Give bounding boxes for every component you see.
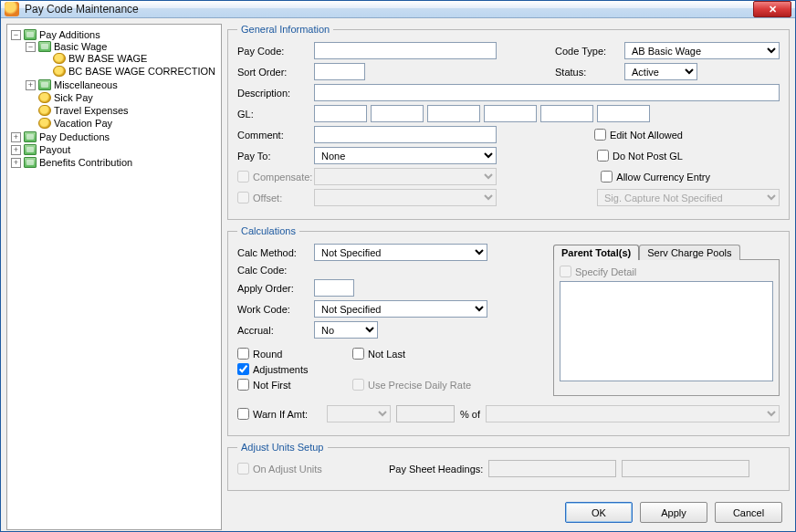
pay-sheet-heading-2-input bbox=[622, 460, 749, 477]
tab-body: Specify Detail bbox=[553, 259, 780, 396]
collapse-icon[interactable]: − bbox=[26, 42, 36, 52]
label-gl: GL: bbox=[237, 109, 309, 120]
expand-icon[interactable]: + bbox=[26, 80, 36, 90]
gl-input-1[interactable] bbox=[314, 105, 367, 122]
label-status: Status: bbox=[555, 67, 619, 78]
pay-to-select[interactable]: None bbox=[314, 147, 497, 164]
coins-icon bbox=[53, 66, 66, 77]
tree-bc-base-wage-correction[interactable]: BC BASE WAGE CORRECTION bbox=[40, 66, 219, 77]
label-apply-order: Apply Order: bbox=[237, 283, 309, 294]
apply-order-input[interactable] bbox=[314, 279, 354, 297]
offset-checkbox: Offset: bbox=[237, 192, 309, 203]
gl-input-6[interactable] bbox=[597, 105, 650, 122]
gl-segment-group bbox=[314, 105, 650, 122]
label-accrual: Accrual: bbox=[237, 325, 309, 336]
label-percent-of: % of bbox=[460, 409, 480, 420]
legend-adjust: Adjust Units Setup bbox=[237, 442, 328, 453]
tree-miscellaneous[interactable]: + Miscellaneous bbox=[26, 79, 219, 90]
cancel-button[interactable]: Cancel bbox=[715, 502, 782, 523]
label-pay-code: Pay Code: bbox=[237, 46, 309, 57]
tree-vacation-pay[interactable]: Vacation Pay bbox=[26, 118, 219, 129]
code-type-select[interactable]: AB Basic Wage bbox=[624, 42, 780, 59]
edit-not-allowed-checkbox[interactable]: Edit Not Allowed bbox=[594, 129, 683, 141]
offset-select bbox=[314, 189, 497, 206]
warn-of-select bbox=[486, 405, 780, 422]
compensate-select bbox=[314, 168, 497, 185]
calculations-group: Calculations Calc Method: Not Specified … bbox=[227, 225, 790, 436]
tab-serv-charge-pools[interactable]: Serv Charge Pools bbox=[639, 245, 739, 260]
accrual-select[interactable]: No bbox=[314, 321, 378, 339]
window-title: Pay Code Maintenance bbox=[25, 3, 753, 16]
on-adjust-units-checkbox: On Adjust Units bbox=[237, 463, 383, 475]
label-sort-order: Sort Order: bbox=[237, 67, 309, 78]
collapse-icon[interactable]: − bbox=[11, 30, 21, 40]
folder-icon bbox=[38, 79, 51, 90]
adjustments-checkbox[interactable]: Adjustments bbox=[237, 363, 347, 375]
legend-calculations: Calculations bbox=[237, 225, 299, 236]
tree-bw-base-wage[interactable]: BW BASE WAGE bbox=[40, 53, 219, 64]
round-checkbox[interactable]: Round bbox=[237, 348, 347, 360]
folder-icon bbox=[38, 41, 51, 52]
label-work-code: Work Code: bbox=[237, 304, 309, 315]
expand-icon[interactable]: + bbox=[11, 158, 21, 168]
tree-pay-additions[interactable]: − Pay Additions bbox=[11, 29, 219, 40]
close-icon: ✕ bbox=[769, 4, 777, 16]
label-pay-sheet-headings: Pay Sheet Headings: bbox=[389, 464, 483, 475]
work-code-select[interactable]: Not Specified bbox=[314, 300, 487, 318]
close-button[interactable]: ✕ bbox=[753, 1, 791, 17]
form-panel: General Information Pay Code: Code Type:… bbox=[227, 24, 790, 530]
app-icon bbox=[5, 2, 19, 16]
window: Pay Code Maintenance ✕ − Pay Additions bbox=[0, 0, 796, 532]
general-information-group: General Information Pay Code: Code Type:… bbox=[227, 24, 790, 220]
label-calc-code: Calc Code: bbox=[237, 265, 309, 276]
gl-input-4[interactable] bbox=[484, 105, 537, 122]
apply-button[interactable]: Apply bbox=[640, 502, 707, 523]
tree-sick-pay[interactable]: Sick Pay bbox=[26, 92, 219, 103]
label-pay-to: Pay To: bbox=[237, 151, 309, 162]
expand-icon[interactable]: + bbox=[11, 132, 21, 142]
expand-icon[interactable]: + bbox=[11, 145, 21, 155]
parent-totals-list[interactable] bbox=[560, 281, 773, 381]
coins-icon bbox=[38, 118, 51, 129]
gl-input-2[interactable] bbox=[371, 105, 424, 122]
tree-travel-expenses[interactable]: Travel Expenses bbox=[26, 105, 219, 116]
label-code-type: Code Type: bbox=[555, 46, 619, 57]
tree-basic-wage[interactable]: − Basic Wage bbox=[26, 41, 219, 52]
tree-benefits-contribution[interactable]: + Benefits Contribution bbox=[11, 157, 219, 168]
pay-sheet-heading-1-input bbox=[488, 460, 616, 477]
folder-icon bbox=[24, 29, 37, 40]
coins-icon bbox=[38, 105, 51, 116]
tree-payout[interactable]: + Payout bbox=[11, 144, 219, 155]
calc-method-select[interactable]: Not Specified bbox=[314, 244, 487, 261]
sort-order-input[interactable] bbox=[314, 63, 365, 80]
ok-button[interactable]: OK bbox=[565, 502, 633, 523]
tree-panel: − Pay Additions − Basic Wage bbox=[6, 24, 222, 530]
content-area: − Pay Additions − Basic Wage bbox=[1, 18, 795, 532]
label-comment: Comment: bbox=[237, 130, 309, 141]
gl-input-5[interactable] bbox=[540, 105, 593, 122]
coins-icon bbox=[38, 92, 51, 103]
do-not-post-gl-checkbox[interactable]: Do Not Post GL bbox=[597, 150, 683, 162]
specify-detail-checkbox: Specify Detail bbox=[560, 266, 773, 277]
legend-general: General Information bbox=[237, 24, 333, 35]
gl-input-3[interactable] bbox=[427, 105, 480, 122]
warn-operator-select bbox=[327, 405, 391, 422]
allow-currency-checkbox[interactable]: Allow Currency Entry bbox=[601, 171, 710, 183]
description-input[interactable] bbox=[314, 84, 780, 101]
status-select[interactable]: Active bbox=[624, 63, 697, 80]
folder-icon bbox=[24, 157, 37, 168]
label-description: Description: bbox=[237, 88, 309, 99]
warn-if-amt-checkbox[interactable]: Warn If Amt: bbox=[237, 408, 321, 420]
tab-parent-totals[interactable]: Parent Total(s) bbox=[553, 245, 639, 260]
folder-icon bbox=[24, 144, 37, 155]
pay-code-input[interactable] bbox=[314, 42, 497, 59]
use-precise-daily-checkbox: Use Precise Daily Rate bbox=[352, 379, 471, 391]
comment-input[interactable] bbox=[314, 126, 497, 143]
warn-value-input bbox=[396, 405, 455, 422]
adjust-units-group: Adjust Units Setup On Adjust Units Pay S… bbox=[227, 442, 790, 491]
tree-pay-deductions[interactable]: + Pay Deductions bbox=[11, 131, 219, 142]
not-last-checkbox[interactable]: Not Last bbox=[352, 348, 405, 360]
compensate-checkbox: Compensate: bbox=[237, 171, 309, 183]
dialog-buttons: OK Apply Cancel bbox=[227, 496, 790, 530]
not-first-checkbox[interactable]: Not First bbox=[237, 379, 347, 391]
